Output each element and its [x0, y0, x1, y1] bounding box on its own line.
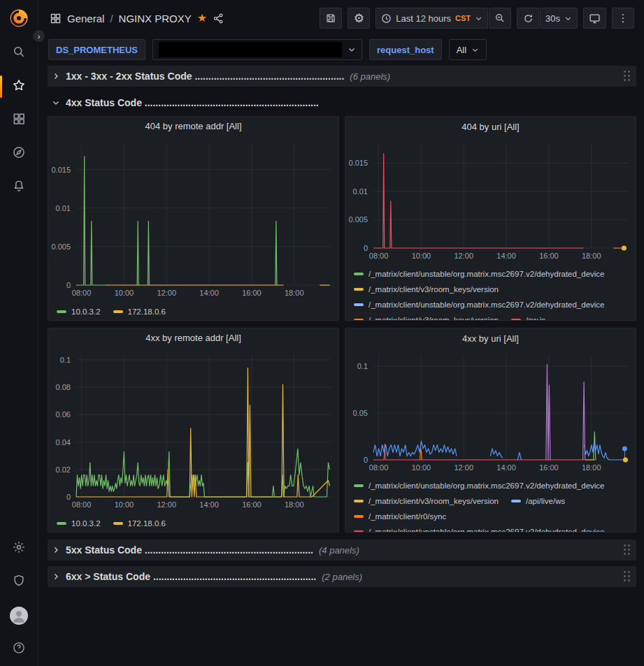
- panel-title[interactable]: 404 by remote addr [All]: [48, 117, 338, 136]
- timeseries-chart[interactable]: 08:0010:0012:0014:0016:0018:0000.0050.01…: [48, 136, 338, 303]
- legend-item[interactable]: 172.18.0.6: [113, 516, 166, 531]
- svg-text:16:00: 16:00: [242, 289, 262, 297]
- sidebar-item-dashboards[interactable]: [0, 103, 38, 137]
- legend-label: /api/live/ws: [526, 497, 565, 505]
- request-host-variable-label[interactable]: request_host: [369, 39, 442, 60]
- refresh-interval-select[interactable]: 30s: [540, 8, 578, 29]
- datasource-select[interactable]: [152, 39, 362, 60]
- breadcrumb-section[interactable]: General: [67, 13, 104, 24]
- timeseries-chart[interactable]: 08:0010:0012:0014:0016:0018:0000.0050.01…: [345, 136, 636, 266]
- legend-label: /_matrix/client/unstable/org.matrix.msc2…: [368, 528, 605, 532]
- legend-item[interactable]: /api/live/ws: [511, 493, 565, 509]
- cycle-view-mode-button[interactable]: [583, 8, 606, 29]
- legend-item[interactable]: /_matrix/client/unstable/org.matrix.msc2…: [354, 266, 605, 282]
- kebab-menu-icon: ⋮: [618, 12, 629, 24]
- apps-grid-icon: [50, 13, 62, 24]
- sidebar-item-explore[interactable]: [0, 137, 38, 171]
- legend-item[interactable]: /_matrix/client/v3/room_keys/version: [354, 312, 499, 320]
- dashboard-title[interactable]: NGINX PROXY: [119, 13, 192, 24]
- row-panel-count: (4 panels): [319, 545, 359, 556]
- panel-title[interactable]: 404 by uri [All]: [345, 117, 636, 136]
- row-drag-handle[interactable]: [624, 544, 631, 556]
- row-header-5xx[interactable]: 5xx Status Code ........................…: [48, 540, 636, 560]
- legend-label: /_matrix/client/v3/room_keys/version: [368, 316, 499, 320]
- legend-item[interactable]: 10.0.3.2: [57, 516, 101, 531]
- sidebar-item-starred[interactable]: [0, 70, 38, 103]
- panel-title[interactable]: 4xx by uri [All]: [345, 328, 636, 348]
- sidebar-item-admin[interactable]: [0, 565, 38, 599]
- request-host-value: All: [457, 45, 466, 55]
- svg-text:14:00: 14:00: [496, 252, 516, 260]
- save-dashboard-button[interactable]: [320, 8, 342, 29]
- svg-text:0.1: 0.1: [357, 362, 368, 370]
- legend-item[interactable]: 10.0.3.2: [57, 304, 101, 319]
- row-header-1xx-3xx-2xx[interactable]: 1xx - 3xx - 2xx Status Code ............…: [48, 66, 636, 87]
- row-title: 5xx Status Code ........................…: [66, 544, 313, 556]
- help-icon: [12, 641, 26, 658]
- series-color-swatch: [354, 484, 364, 487]
- sidebar-item-alerting[interactable]: [0, 171, 38, 204]
- zoom-out-icon: [494, 13, 506, 24]
- chevron-right-icon: [52, 72, 60, 80]
- sidebar-item-configuration[interactable]: [0, 532, 38, 565]
- svg-text:10:00: 10:00: [412, 252, 431, 260]
- chevron-down-icon: [52, 99, 60, 107]
- panel-4xx-by-uri: 4xx by uri [All] 08:0010:0012:0014:0016:…: [345, 328, 636, 533]
- share-icon[interactable]: [213, 13, 224, 24]
- panel-4xx-by-remote-addr: 4xx by remote addr [All] 08:0010:0012:00…: [48, 328, 339, 533]
- series-color-swatch: [354, 515, 364, 518]
- legend-item[interactable]: 172.18.0.6: [113, 304, 166, 319]
- datasource-variable-label[interactable]: DS_PROMETHEUS: [48, 39, 145, 60]
- legend-item[interactable]: /_matrix/client/unstable/org.matrix.msc2…: [354, 297, 605, 312]
- legend-item[interactable]: /_matrix/client/v3/room_keys/version: [354, 282, 499, 297]
- shield-icon: [12, 574, 26, 591]
- clock-icon: [381, 13, 392, 24]
- legend-item[interactable]: /_matrix/client/unstable/org.matrix.msc2…: [354, 478, 605, 493]
- refresh-button[interactable]: [517, 8, 539, 29]
- series-color-swatch: [511, 319, 521, 320]
- legend-item[interactable]: /_matrix/client/r0/sync: [354, 509, 446, 524]
- sidebar-item-search[interactable]: [0, 36, 38, 70]
- legend-item[interactable]: /sw.js: [511, 312, 545, 320]
- dashboards-grid-icon: [12, 112, 26, 129]
- time-range-picker[interactable]: Last 12 hours CST: [375, 8, 488, 29]
- svg-text:0.005: 0.005: [51, 242, 71, 251]
- series-color-swatch: [354, 303, 364, 306]
- sidebar-item-profile[interactable]: [0, 599, 38, 632]
- dashboard-settings-button[interactable]: ⚙: [348, 8, 370, 29]
- compass-icon: [12, 145, 26, 162]
- legend-label: /sw.js: [526, 316, 545, 320]
- sidebar-expand-button[interactable]: ›: [31, 28, 47, 44]
- row-drag-handle[interactable]: [624, 71, 631, 82]
- legend-label: /_matrix/client/unstable/org.matrix.msc2…: [368, 482, 605, 490]
- more-options-button[interactable]: ⋮: [612, 8, 634, 29]
- legend-item[interactable]: /_matrix/client/v3/room_keys/version: [354, 493, 499, 509]
- timeseries-chart[interactable]: 08:0010:0012:0014:0016:0018:0000.020.040…: [48, 347, 338, 515]
- panel-legend: 10.0.3.2172.18.0.6: [48, 303, 338, 320]
- request-host-select[interactable]: All: [449, 39, 487, 60]
- save-icon: [325, 13, 336, 24]
- timeseries-chart[interactable]: 08:0010:0012:0014:0016:0018:0000.050.1: [345, 348, 636, 478]
- row-header-6xx[interactable]: 6xx > Status Code ......................…: [48, 566, 636, 587]
- legend-item[interactable]: /_matrix/client/unstable/org.matrix.msc2…: [354, 524, 605, 532]
- svg-text:18:00: 18:00: [285, 500, 304, 509]
- refresh-icon: [523, 13, 534, 24]
- panel-row: 404 by remote addr [All] 08:0010:0012:00…: [48, 116, 636, 321]
- zoom-out-time-button[interactable]: [489, 8, 511, 29]
- breadcrumb: General / NGINX PROXY ★: [50, 13, 224, 24]
- panel-legend: 10.0.3.2172.18.0.6: [48, 515, 338, 532]
- row-header-4xx[interactable]: 4xx Status Code ........................…: [48, 92, 636, 113]
- series-color-swatch: [113, 522, 123, 525]
- panel-title[interactable]: 4xx by remote addr [All]: [48, 328, 338, 347]
- sidebar-item-help[interactable]: [0, 632, 38, 666]
- svg-text:10:00: 10:00: [115, 289, 134, 297]
- svg-text:18:00: 18:00: [582, 463, 601, 472]
- svg-text:18:00: 18:00: [582, 252, 601, 260]
- gear-icon: ⚙: [354, 13, 364, 24]
- svg-text:10:00: 10:00: [412, 463, 431, 472]
- svg-text:0: 0: [66, 281, 71, 289]
- favorite-star-icon[interactable]: ★: [197, 13, 207, 24]
- legend-label: 172.18.0.6: [128, 519, 166, 528]
- row-drag-handle[interactable]: [624, 571, 631, 582]
- panel-404-by-uri: 404 by uri [All] 08:0010:0012:0014:0016:…: [345, 116, 636, 321]
